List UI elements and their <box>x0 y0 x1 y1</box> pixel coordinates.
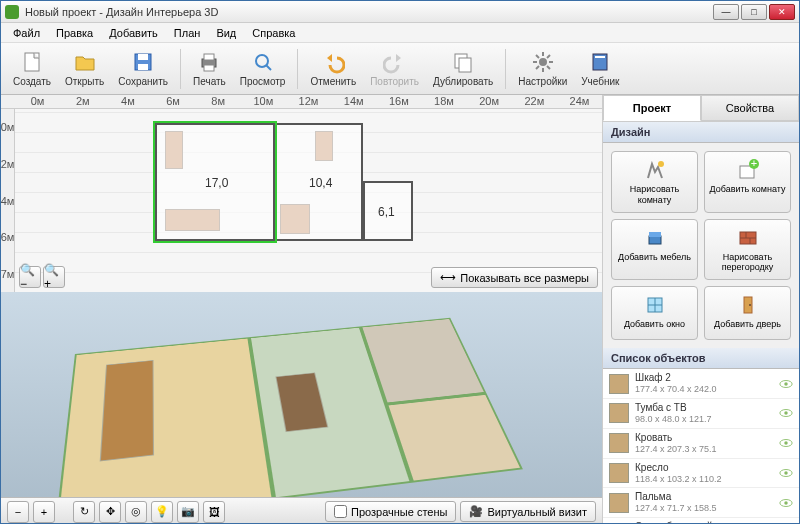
new-button[interactable]: Создать <box>7 48 57 89</box>
view3d-pan[interactable]: ✥ <box>99 501 121 523</box>
svg-line-16 <box>536 55 539 58</box>
object-dimensions: 127.4 x 71.7 x 158.5 <box>635 503 773 514</box>
visibility-toggle-icon[interactable] <box>779 379 793 389</box>
view3d-zoom-out[interactable]: − <box>7 501 29 523</box>
room-area-label: 17,0 <box>205 176 228 190</box>
svg-point-40 <box>784 412 788 416</box>
ruler-tick: 22м <box>512 95 557 108</box>
object-info: Кровать127.4 x 207.3 x 75.1 <box>635 432 773 455</box>
open-button[interactable]: Открыть <box>59 48 110 89</box>
ruler-vertical: 0м2м4м6м7м <box>1 109 15 292</box>
add-door-button[interactable]: Добавить дверь <box>704 286 791 340</box>
object-row[interactable]: Тумба с ТВ98.0 x 48.0 x 121.7 <box>603 399 799 429</box>
open-icon <box>73 50 97 74</box>
menu-план[interactable]: План <box>166 25 209 41</box>
object-name: Шкаф 2 <box>635 372 773 384</box>
visibility-toggle-icon[interactable] <box>779 408 793 418</box>
preview-icon <box>251 50 275 74</box>
add-furniture-icon <box>643 226 667 250</box>
view3d-camera[interactable]: 📷 <box>177 501 199 523</box>
object-name: Пальма <box>635 491 773 503</box>
preview-button[interactable]: Просмотр <box>234 48 292 89</box>
virtual-tour-button[interactable]: 🎥 Виртуальный визит <box>460 501 596 522</box>
settings-button[interactable]: Настройки <box>512 48 573 89</box>
menubar: ФайлПравкаДобавитьПланВидСправка <box>1 23 799 43</box>
view3d-light[interactable]: 💡 <box>151 501 173 523</box>
maximize-button[interactable]: □ <box>741 4 767 20</box>
draw-partition-button[interactable]: Нарисовать перегородку <box>704 219 791 281</box>
add-furniture-button[interactable]: Добавить мебель <box>611 219 698 281</box>
svg-point-22 <box>658 161 664 167</box>
room-area-label: 10,4 <box>309 176 332 190</box>
redo-icon <box>383 50 407 74</box>
view3d-snapshot[interactable]: 🖼 <box>203 501 225 523</box>
svg-rect-0 <box>25 53 39 71</box>
transparent-walls-checkbox[interactable] <box>334 505 347 518</box>
add-room-button[interactable]: +Добавить комнату <box>704 151 791 213</box>
add-window-icon <box>643 293 667 317</box>
object-row[interactable]: Шкаф 2177.4 x 70.4 x 242.0 <box>603 369 799 399</box>
room[interactable]: 17,0 <box>155 123 275 241</box>
zoom-in-button[interactable]: 🔍+ <box>43 266 65 288</box>
add-window-button[interactable]: Добавить окно <box>611 286 698 340</box>
tab-properties[interactable]: Свойства <box>701 95 799 121</box>
view3d-toolbar: − + ↻ ✥ ◎ 💡 📷 🖼 Прозрачные стены 🎥 Вирту… <box>1 497 602 524</box>
svg-rect-2 <box>138 54 148 60</box>
save-button[interactable]: Сохранить <box>112 48 174 89</box>
object-row[interactable]: Кровать127.4 x 207.3 x 75.1 <box>603 429 799 459</box>
menu-файл[interactable]: Файл <box>5 25 48 41</box>
toolbar: СоздатьОткрытьСохранитьПечатьПросмотрОтм… <box>1 43 799 95</box>
close-button[interactable]: ✕ <box>769 4 795 20</box>
object-info: Пальма127.4 x 71.7 x 158.5 <box>635 491 773 514</box>
draw-room-button[interactable]: Нарисовать комнату <box>611 151 698 213</box>
tab-project[interactable]: Проект <box>603 95 701 121</box>
menu-правка[interactable]: Правка <box>48 25 101 41</box>
view-3d[interactable]: − + ↻ ✥ ◎ 💡 📷 🖼 Прозрачные стены 🎥 Вирту… <box>1 292 602 524</box>
add-room-icon: + <box>736 158 760 182</box>
view3d-orbit[interactable]: ◎ <box>125 501 147 523</box>
plan-2d-area[interactable]: 0м2м4м6м7м 6,110,417,0 🔍− 🔍+ ⟷ Показыват… <box>1 109 602 292</box>
visibility-toggle-icon[interactable] <box>779 498 793 508</box>
toolbar-label: Печать <box>193 76 226 87</box>
object-thumbnail <box>609 433 629 453</box>
camera-icon: 🎥 <box>469 505 483 518</box>
ruler-tick: 7м <box>1 255 14 292</box>
menu-вид[interactable]: Вид <box>208 25 244 41</box>
room[interactable]: 6,1 <box>363 181 413 241</box>
minimize-button[interactable]: — <box>713 4 739 20</box>
object-row[interactable]: Стол обеденный90.0 x 90.2 x 71.4 <box>603 518 799 524</box>
transparent-walls-toggle[interactable]: Прозрачные стены <box>325 501 456 522</box>
design-btn-label: Нарисовать перегородку <box>707 252 788 274</box>
object-name: Тумба с ТВ <box>635 402 773 414</box>
objects-list[interactable]: Шкаф 2177.4 x 70.4 x 242.0Тумба с ТВ98.0… <box>603 369 799 524</box>
redo-button[interactable]: Повторить <box>364 48 425 89</box>
svg-point-11 <box>539 58 547 66</box>
ruler-tick: 12м <box>286 95 331 108</box>
menu-справка[interactable]: Справка <box>244 25 303 41</box>
view3d-zoom-in[interactable]: + <box>33 501 55 523</box>
undo-icon <box>321 50 345 74</box>
visibility-toggle-icon[interactable] <box>779 468 793 478</box>
canvas-2d[interactable]: 6,110,417,0 🔍− 🔍+ ⟷ Показывать все разме… <box>15 109 602 292</box>
tutorial-icon <box>588 50 612 74</box>
object-thumbnail <box>609 374 629 394</box>
zoom-out-button[interactable]: 🔍− <box>19 266 41 288</box>
show-dimensions-button[interactable]: ⟷ Показывать все размеры <box>431 267 598 288</box>
room[interactable]: 10,4 <box>275 123 363 241</box>
object-row[interactable]: Кресло118.4 x 103.2 x 110.2 <box>603 459 799 489</box>
object-row[interactable]: Пальма127.4 x 71.7 x 158.5 <box>603 488 799 518</box>
object-dimensions: 98.0 x 48.0 x 121.7 <box>635 414 773 425</box>
view3d-rotate[interactable]: ↻ <box>73 501 95 523</box>
object-thumbnail <box>609 403 629 423</box>
svg-line-19 <box>547 55 550 58</box>
visibility-toggle-icon[interactable] <box>779 438 793 448</box>
undo-button[interactable]: Отменить <box>304 48 362 89</box>
menu-добавить[interactable]: Добавить <box>101 25 166 41</box>
print-button[interactable]: Печать <box>187 48 232 89</box>
ruler-tick: 0м <box>1 109 14 146</box>
duplicate-button[interactable]: Дублировать <box>427 48 499 89</box>
tutorial-button[interactable]: Учебник <box>575 48 625 89</box>
toolbar-label: Отменить <box>310 76 356 87</box>
room-area-label: 6,1 <box>378 205 395 219</box>
toolbar-label: Дублировать <box>433 76 493 87</box>
